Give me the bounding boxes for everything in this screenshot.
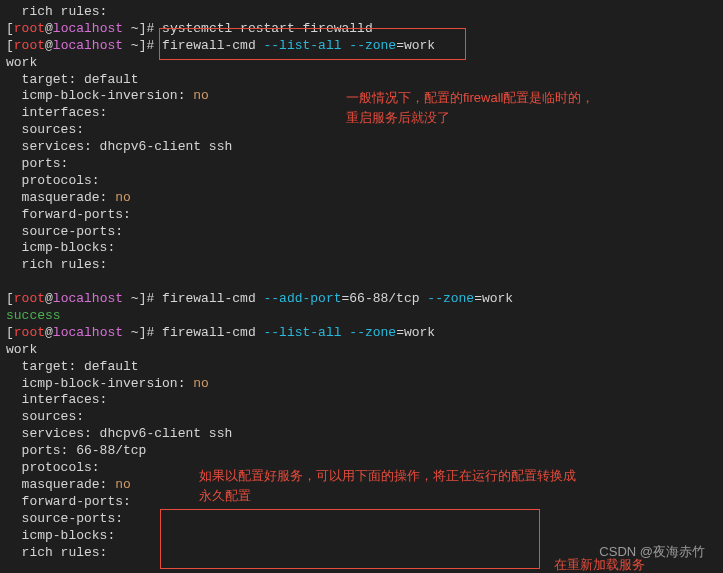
output-line: interfaces: — [6, 392, 717, 409]
highlight-box-1 — [159, 28, 466, 60]
output-line: rich rules: — [6, 4, 717, 21]
highlight-box-2 — [160, 509, 540, 569]
output-line: target: default — [6, 72, 717, 89]
output-line: icmp-block-inversion: no — [6, 376, 717, 393]
output-line: icmp-blocks: — [6, 240, 717, 257]
annotation-1: 一般情况下，配置的firewall配置是临时的， 重启服务后就没了 — [346, 88, 594, 127]
blank-line — [6, 274, 717, 291]
output-line: rich rules: — [6, 257, 717, 274]
output-line: forward-ports: — [6, 207, 717, 224]
output-line: services: dhcpv6-client ssh — [6, 426, 717, 443]
prompt-line[interactable]: [root@localhost ~]# firewall-cmd --list-… — [6, 325, 717, 342]
annotation-2: 如果以配置好服务，可以用下面的操作，将正在运行的配置转换成 永久配置 — [199, 466, 576, 505]
output-line: target: default — [6, 359, 717, 376]
output-line: ports: — [6, 156, 717, 173]
annotation-2-line2: 永久配置 — [199, 486, 576, 506]
output-line: masquerade: no — [6, 190, 717, 207]
output-success: success — [6, 308, 717, 325]
output-line: services: dhcpv6-client ssh — [6, 139, 717, 156]
prompt-line[interactable]: [root@localhost ~]# firewall-cmd --add-p… — [6, 291, 717, 308]
watermark: CSDN @夜海赤竹 — [599, 544, 705, 561]
annotation-1-line2: 重启服务后就没了 — [346, 108, 594, 128]
output-line: protocols: — [6, 173, 717, 190]
annotation-1-line1: 一般情况下，配置的firewall配置是临时的， — [346, 88, 594, 108]
output-line: ports: 66-88/tcp — [6, 443, 717, 460]
output-line: work — [6, 342, 717, 359]
output-line: sources: — [6, 409, 717, 426]
annotation-2-line1: 如果以配置好服务，可以用下面的操作，将正在运行的配置转换成 — [199, 466, 576, 486]
output-line: source-ports: — [6, 224, 717, 241]
